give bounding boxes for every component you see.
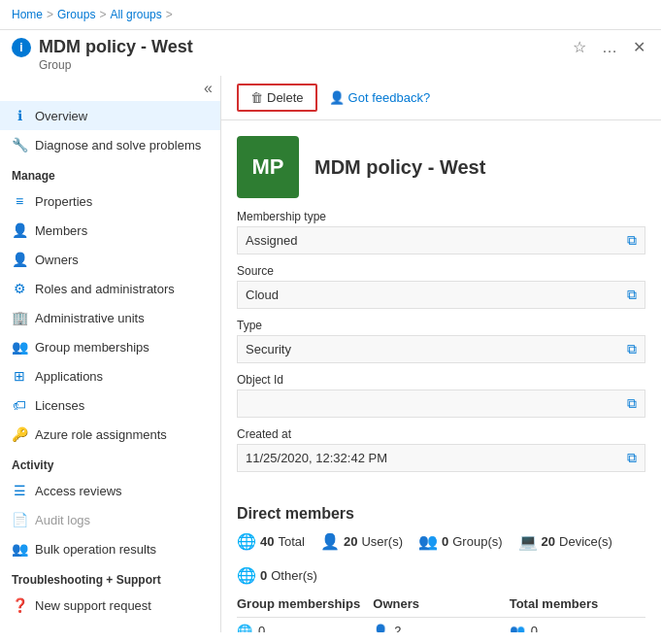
sidebar-label-admin-units: Administrative units [35, 311, 145, 325]
new-support-icon: ❓ [12, 597, 27, 613]
sidebar-collapse-button[interactable]: « [204, 80, 213, 97]
stat-groups-icon: 👥 [418, 532, 438, 551]
breadcrumb-all-groups[interactable]: All groups [110, 8, 161, 21]
sidebar-item-bulk-ops[interactable]: 👥 Bulk operation results [0, 534, 220, 563]
close-button[interactable]: ✕ [629, 36, 649, 58]
sidebar-item-diagnose[interactable]: 🔧 Diagnose and solve problems [0, 130, 220, 159]
stat-total-icon: 🌐 [237, 532, 256, 551]
diagnose-icon: 🔧 [12, 137, 27, 153]
prop-value-source: Cloud ⧉ [237, 281, 645, 309]
prop-label-type: Type [237, 319, 645, 332]
cell-group-icon: 🌐 [237, 624, 252, 632]
cell-group-value: 0 [258, 624, 265, 632]
feedback-label: Got feedback? [348, 90, 431, 105]
breadcrumb-home[interactable]: Home [12, 8, 43, 21]
properties-section: Membership type Assigned ⧉ Source Cloud … [221, 210, 661, 493]
properties-icon: ≡ [12, 193, 27, 209]
sidebar-label-group-memberships: Group memberships [35, 340, 149, 355]
sidebar-item-applications[interactable]: ⊞ Applications [0, 361, 220, 390]
table-row: 🌐 0 👤 2 👥 0 [237, 618, 645, 632]
sidebar-item-properties[interactable]: ≡ Properties [0, 186, 220, 216]
title-actions: ☆ … ✕ [569, 36, 649, 58]
stat-groups-value: 0 [442, 534, 448, 549]
stat-others: 🌐 0 Other(s) [237, 566, 317, 585]
sidebar-item-owners[interactable]: 👤 Owners [0, 245, 220, 274]
sidebar-item-azure-roles[interactable]: 🔑 Azure role assignments [0, 420, 220, 449]
resource-header: MP MDM policy - West [221, 120, 661, 210]
group-memberships-icon: 👥 [12, 339, 27, 355]
pin-button[interactable]: ☆ [569, 36, 590, 58]
stat-devices-label: Device(s) [559, 534, 612, 549]
page-subtitle: Group [39, 58, 649, 72]
access-reviews-icon: ☰ [12, 483, 27, 498]
prop-type: Type Security ⧉ [237, 319, 645, 363]
feedback-icon: 👤 [329, 90, 345, 105]
breadcrumb-sep-1: > [47, 8, 53, 21]
sidebar-item-licenses[interactable]: 🏷 Licenses [0, 390, 220, 420]
sidebar-item-roles[interactable]: ⚙ Roles and administrators [0, 274, 220, 303]
section-label-manage: Manage [0, 159, 220, 186]
sidebar-item-overview[interactable]: ℹ Overview [0, 101, 220, 130]
breadcrumb-sep-2: > [99, 8, 106, 21]
feedback-button[interactable]: 👤 Got feedback? [329, 90, 431, 105]
avatar-initials: MP [252, 154, 284, 180]
admin-units-icon: 🏢 [12, 310, 27, 325]
sidebar-label-overview: Overview [35, 109, 87, 123]
prop-label-created-at: Created at [237, 427, 645, 441]
cell-group-memberships: 🌐 0 [237, 624, 373, 632]
cell-total-members-value: 0 [531, 624, 538, 632]
copy-object-id-button[interactable]: ⧉ [627, 395, 637, 412]
sidebar-item-group-memberships[interactable]: 👥 Group memberships [0, 332, 220, 361]
prop-source: Source Cloud ⧉ [237, 264, 645, 309]
sidebar-item-admin-units[interactable]: 🏢 Administrative units [0, 303, 220, 332]
applications-icon: ⊞ [12, 368, 27, 384]
main-content: 🗑 Delete 👤 Got feedback? MP MDM policy -… [221, 76, 661, 632]
stat-devices-value: 20 [542, 534, 555, 549]
breadcrumb-bar: Home > Groups > All groups > [0, 0, 661, 30]
members-stats: 🌐 40 Total 👤 20 User(s) 👥 0 Group(s) 💻 2… [237, 532, 645, 585]
resource-avatar: MP [237, 136, 299, 198]
col-group-memberships: Group memberships [237, 596, 373, 611]
stat-total-label: Total [278, 534, 304, 549]
breadcrumb-groups[interactable]: Groups [57, 8, 95, 21]
members-icon: 👤 [12, 222, 27, 238]
azure-roles-icon: 🔑 [12, 426, 27, 442]
stat-others-icon: 🌐 [237, 566, 256, 585]
sidebar-label-access-reviews: Access reviews [35, 484, 122, 498]
stat-users: 👤 20 User(s) [320, 532, 403, 551]
direct-members-title: Direct members [237, 505, 645, 523]
sidebar-label-roles: Roles and administrators [35, 282, 175, 296]
prop-label-membership-type: Membership type [237, 210, 645, 223]
col-total-members: Total members [510, 596, 645, 611]
toolbar: 🗑 Delete 👤 Got feedback? [221, 76, 661, 120]
copy-source-button[interactable]: ⧉ [627, 287, 637, 303]
stat-users-icon: 👤 [320, 532, 340, 551]
sidebar-label-diagnose: Diagnose and solve problems [35, 138, 201, 153]
copy-created-at-button[interactable]: ⧉ [627, 450, 637, 466]
bulk-ops-icon: 👥 [12, 541, 27, 557]
prop-value-membership-type: Assigned ⧉ [237, 226, 645, 254]
sidebar: « ℹ Overview 🔧 Diagnose and solve proble… [0, 76, 221, 632]
more-button[interactable]: … [598, 37, 621, 58]
sidebar-label-properties: Properties [35, 194, 92, 209]
sidebar-item-members[interactable]: 👤 Members [0, 216, 220, 245]
prop-object-id: Object Id ⧉ [237, 373, 645, 418]
prop-label-object-id: Object Id [237, 373, 645, 387]
copy-type-button[interactable]: ⧉ [627, 341, 637, 357]
sidebar-label-applications: Applications [35, 369, 103, 384]
sidebar-item-access-reviews[interactable]: ☰ Access reviews [0, 476, 220, 505]
roles-icon: ⚙ [12, 281, 27, 296]
delete-button[interactable]: 🗑 Delete [237, 84, 317, 112]
sidebar-item-new-support[interactable]: ❓ New support request [0, 591, 220, 620]
sidebar-item-audit-logs[interactable]: 📄 Audit logs [0, 505, 220, 534]
table-header: Group memberships Owners Total members [237, 596, 645, 618]
sidebar-label-licenses: Licenses [35, 398, 84, 413]
breadcrumb: Home > Groups > All groups > [12, 8, 173, 21]
title-bar: i MDM policy - West ☆ … ✕ Group [0, 30, 661, 72]
cell-owners-value: 2 [394, 624, 401, 632]
prop-value-object-id: ⧉ [237, 390, 645, 418]
stat-total-value: 40 [260, 534, 274, 549]
copy-membership-type-button[interactable]: ⧉ [627, 232, 637, 249]
owners-icon: 👤 [12, 252, 27, 267]
licenses-icon: 🏷 [12, 397, 27, 413]
